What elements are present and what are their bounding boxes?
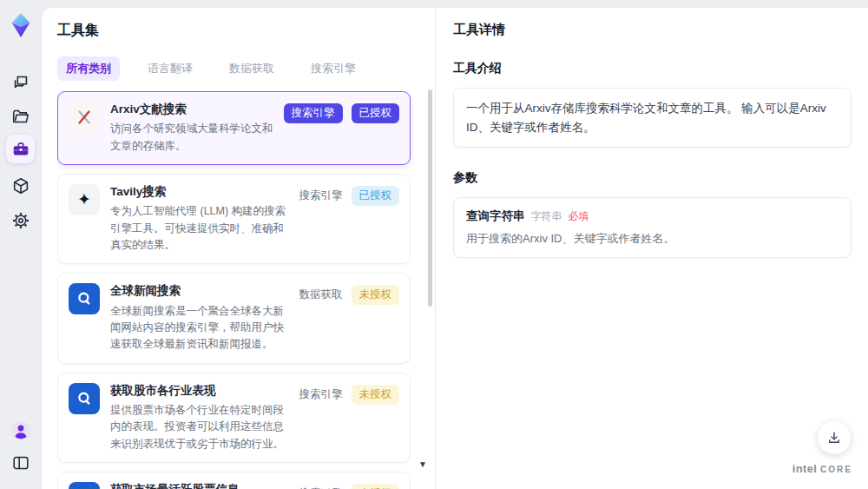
intro-box: 一个用于从Arxiv存储库搜索科学论文和文章的工具。 输入可以是Arxiv ID… <box>453 88 852 148</box>
param-name: 查询字符串 <box>466 208 525 224</box>
page-title: 工具集 <box>57 22 419 40</box>
stock-app-icon <box>69 482 100 489</box>
tool-description: 专为人工智能代理 (LLM) 构建的搜索引擎工具。可快速提供实时、准确和真实的结… <box>110 203 289 254</box>
tool-intro-text: 一个用于从Arxiv存储库搜索科学论文和文章的工具。 输入可以是Arxiv ID… <box>466 99 838 136</box>
tab-search-engine[interactable]: 搜索引擎 <box>302 56 365 81</box>
tool-name: Tavily搜索 <box>110 184 289 200</box>
tool-description: 提供股票市场各个行业在特定时间段内的表现。投资者可以利用这些信息来识别表现优于或… <box>110 402 289 453</box>
tool-detail-pane: 工具详情 工具介绍 一个用于从Arxiv存储库搜索科学论文和文章的工具。 输入可… <box>435 8 868 489</box>
category-badge: 搜索引擎 <box>284 103 343 123</box>
sidebar-item-settings[interactable] <box>6 206 35 235</box>
tool-name: 全球新闻搜索 <box>110 283 289 299</box>
user-icon <box>10 420 31 441</box>
tool-description: 访问各个研究领域大量科学论文和文章的存储库。 <box>110 121 273 155</box>
auth-status-badge: 已授权 <box>352 103 400 123</box>
intel-core-logo: intel CORE <box>792 462 852 475</box>
param-required-flag: 必填 <box>569 209 589 224</box>
param-box: 查询字符串 字符串 必填 用于搜索的Arxiv ID、关键字或作者姓名。 <box>453 197 852 258</box>
download-icon <box>826 430 842 446</box>
panel-layout-icon <box>11 453 30 472</box>
auth-status-badge: 未授权 <box>352 484 400 489</box>
sidebar-item-packages[interactable] <box>6 171 35 200</box>
detail-title: 工具详情 <box>453 22 852 38</box>
sidebar-item-account[interactable] <box>6 416 35 445</box>
chat-icon <box>11 73 30 92</box>
gem-logo-icon <box>8 11 34 39</box>
tool-card-global-news[interactable]: 全球新闻搜索 全球新闻搜索是一个聚合全球各大新闻网站内容的搜索引擎，帮助用户快速… <box>57 273 411 363</box>
briefcase-icon <box>11 140 30 159</box>
tools-pane: 工具集 所有类别 语言翻译 数据获取 搜索引擎 Arxiv文献搜索 访问各个研究… <box>42 8 435 489</box>
tool-card-tavily[interactable]: ✦ Tavily搜索 专为人工智能代理 (LLM) 构建的搜索引擎工具。可快速提… <box>57 174 411 264</box>
category-tabs: 所有类别 语言翻译 数据获取 搜索引擎 <box>57 56 419 81</box>
tool-name: 获取市场最活跃股票信息 <box>110 482 289 489</box>
main-panel: 工具集 所有类别 语言翻译 数据获取 搜索引擎 Arxiv文献搜索 访问各个研究… <box>41 7 868 489</box>
app-logo <box>6 10 35 39</box>
tool-name: Arxiv文献搜索 <box>110 102 273 117</box>
auth-status-badge: 未授权 <box>352 385 400 405</box>
gear-icon <box>11 211 30 230</box>
category-label: 搜索引擎 <box>299 186 343 203</box>
arxiv-logo-icon <box>69 102 100 133</box>
params-section-title: 参数 <box>453 170 852 186</box>
param-type: 字符串 <box>531 209 562 224</box>
sidebar-item-files[interactable] <box>6 102 35 130</box>
intro-section-title: 工具介绍 <box>453 61 852 76</box>
download-button[interactable] <box>818 421 851 454</box>
auth-status-badge: 已授权 <box>352 186 400 206</box>
category-label: 搜索引擎 <box>299 484 343 489</box>
tab-all-categories[interactable]: 所有类别 <box>57 56 120 81</box>
cube-icon <box>11 176 30 195</box>
auth-status-badge: 未授权 <box>352 285 400 305</box>
sidebar-item-toolbox[interactable] <box>6 135 35 163</box>
tab-language-translation[interactable]: 语言翻译 <box>139 56 201 81</box>
tavily-logo-icon: ✦ <box>69 184 100 215</box>
folder-icon <box>11 107 30 126</box>
sidebar-item-collapse[interactable] <box>6 448 35 477</box>
tool-name: 获取股市各行业表现 <box>110 383 289 399</box>
tool-description: 全球新闻搜索是一个聚合全球各大新闻网站内容的搜索引擎，帮助用户快速获取全球最新资… <box>110 303 289 354</box>
tool-card-active-stocks[interactable]: 获取市场最活跃股票信息 提供当天交易量最高的股票列表。投资者可以利用这些信息来识… <box>57 472 411 489</box>
tool-card-sector-performance[interactable]: 获取股市各行业表现 提供股票市场各个行业在特定时间段内的表现。投资者可以利用这些… <box>57 373 411 463</box>
app-rail <box>0 0 41 489</box>
news-search-app-icon <box>69 283 100 314</box>
scroll-down-icon[interactable]: ▼ <box>418 459 427 469</box>
param-description: 用于搜索的Arxiv ID、关键字或作者姓名。 <box>466 231 838 247</box>
sidebar-item-chat[interactable] <box>6 68 35 96</box>
tool-list: Arxiv文献搜索 访问各个研究领域大量科学论文和文章的存储库。 搜索引擎 已授… <box>57 91 419 489</box>
stock-app-icon <box>69 383 100 414</box>
list-scrollbar[interactable] <box>428 83 433 484</box>
tab-data-fetch[interactable]: 数据获取 <box>220 56 283 81</box>
intel-wordmark: intel <box>792 462 817 475</box>
category-label: 数据获取 <box>299 285 343 302</box>
tool-card-arxiv[interactable]: Arxiv文献搜索 访问各个研究领域大量科学论文和文章的存储库。 搜索引擎 已授… <box>57 91 411 165</box>
core-wordmark: CORE <box>820 465 852 474</box>
scrollbar-thumb[interactable] <box>428 89 432 307</box>
category-label: 搜索引擎 <box>299 385 343 402</box>
